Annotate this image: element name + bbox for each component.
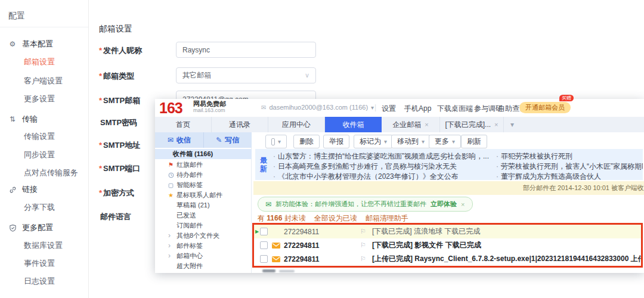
news-link[interactable]: ·罪犯劳荣枝被执行死刑 (496, 151, 572, 162)
move-to-button[interactable]: 移动到▾ (391, 135, 431, 148)
sidebar-group-basic[interactable]: ⚙ 基本配置 (8, 39, 53, 49)
more-button[interactable]: 更多▾ (429, 135, 461, 148)
news-link[interactable]: ·山东警方：博主摆拍“给住院婆婆吃泡面”视频造成恶劣社会影响，... (273, 151, 489, 162)
folder-drafts[interactable]: 草稿箱 (21) (155, 200, 252, 210)
sidebar-group-more-config[interactable]: 更多配置 (8, 223, 53, 232)
flag-icon[interactable]: ⚐ (360, 241, 372, 249)
account-menu[interactable]: ✉ dasemihuo2000@163.com (1166) ▾ (261, 104, 374, 111)
header-link-mobile-app[interactable]: 手机App (404, 104, 431, 114)
sidebar-item-transfer-settings[interactable]: 传输设置 (24, 132, 55, 141)
close-icon[interactable]: × (461, 201, 465, 208)
report-button[interactable]: 举报 (323, 135, 349, 148)
sender-nickname-input[interactable] (176, 42, 316, 58)
folder-mail-center[interactable]: › 邮箱中心 (155, 251, 252, 261)
sidebar-item-mailbox-settings[interactable]: 邮箱设置 (24, 57, 55, 67)
mailbox-cleaner-link[interactable]: 邮箱清理助手 (366, 213, 408, 224)
sidebar-group-transfer[interactable]: ⇅ 传输 (8, 114, 38, 124)
cut-off-row-fragment (279, 270, 295, 272)
unread-count-text: 有 1166 封未读 (258, 213, 306, 224)
expand-arrow-icon[interactable]: ▶ (254, 229, 260, 234)
mark-as-button[interactable]: 标记为▾ (354, 135, 393, 148)
tab-enterprise-mail[interactable]: 企业邮箱× (382, 117, 440, 132)
header-separator: | (374, 103, 376, 111)
tab-overflow-button[interactable]: ▾ (504, 117, 521, 132)
message-row[interactable]: 272294811 ⚐ [下载已完成] 影视文件 下载已完成 (254, 238, 641, 252)
caret-down-icon: ▾ (452, 138, 455, 145)
unread-summary-bar: 有 1166 封未读 全部设为已读 邮箱清理助手 (258, 213, 408, 224)
tab-home[interactable]: 首页 (155, 117, 212, 132)
mark-all-read-link[interactable]: 全部设为已读 (314, 213, 357, 224)
message-subject: [下载已完成] 流浪地球 下载已完成 (372, 226, 641, 237)
flag-icon[interactable]: ⚐ (360, 228, 372, 235)
folder-smart-tags[interactable]: 智能标签 (155, 180, 252, 190)
select-all-dropdown[interactable]: ▾ (265, 135, 287, 148)
link-icon (8, 186, 17, 194)
tab-inbox[interactable]: 收件箱 (325, 117, 382, 132)
tab-app-center[interactable]: 应用中心 (268, 117, 325, 132)
folder-other-folders[interactable]: › 其他8个文件夹 (155, 231, 252, 241)
header-link-settings[interactable]: 设置 (382, 104, 396, 114)
unread-envelope-icon (272, 243, 284, 249)
163-logo-text: 网易免费邮 mail.163.com (193, 101, 226, 114)
163-logo: 163 (159, 100, 182, 117)
caret-down-icon: ▾ (510, 120, 514, 129)
message-row[interactable]: 272294811 ⚐ [上传已完成] Raysync_Client_6.7.8… (254, 252, 641, 266)
message-checkbox[interactable] (260, 255, 268, 263)
folder-mail-tags[interactable]: › 邮件标签 (155, 241, 252, 251)
folder-large-attachments[interactable]: 超大附件 (155, 261, 252, 271)
refresh-button[interactable]: 刷新 (461, 135, 487, 148)
latest-news-badge: 最新 (259, 156, 268, 173)
sidebar-item-share-download[interactable]: 分享下载 (24, 203, 55, 212)
receive-mail-button[interactable]: ✉ 收信 (155, 132, 203, 148)
mail-folder-panel: ✉ 收信 ✎ 写信 收件箱 (1166) ⚑ 红旗邮件 待办邮件 智能标签 ★ … (155, 132, 252, 273)
config-sidebar: 配置 ⚙ 基本配置 邮箱设置 客户端设置 更多设置 ⇅ 传输 传输设置 同步设置… (0, 0, 89, 298)
close-icon[interactable]: × (425, 121, 428, 128)
field-label-mail-type: *邮箱类型 (99, 71, 171, 82)
folder-subscriptions[interactable]: 订阅邮件 (155, 221, 252, 231)
folder-inbox[interactable]: 收件箱 (1166) (155, 149, 252, 159)
account-email: dasemihuo2000@163.com (1166) (269, 104, 368, 111)
folder-starred-contacts[interactable]: ★ 星标联系人邮件 (155, 190, 252, 200)
header-link-desktop-download[interactable]: 下载桌面端 (437, 104, 473, 114)
client-receive-notice: 部分邮件在 2014-12-30 10:01 被客户端收 (253, 181, 644, 195)
message-sender: 272294811 (284, 241, 360, 250)
mail-type-select[interactable]: 其它邮箱 ∨ (176, 67, 316, 83)
field-label-sender-nickname: *发件人昵称 (99, 45, 171, 56)
tab-contacts[interactable]: 通讯录 (212, 117, 268, 132)
sidebar-item-log-settings[interactable]: 日志设置 (24, 277, 55, 286)
message-subject: [下载已完成] 影视文件 下载已完成 (372, 240, 641, 250)
message-checkbox[interactable] (260, 228, 268, 235)
compose-mail-button[interactable]: ✎ 写信 (203, 132, 252, 148)
news-link[interactable]: ·《北京市中小学教材管理办法（2023年修订）》全文公布 (273, 172, 459, 180)
chevron-right-icon: › (168, 241, 171, 250)
flag-icon[interactable]: ⚐ (360, 255, 372, 263)
message-checkbox[interactable] (260, 241, 268, 249)
news-link[interactable]: ·董宇辉成为东方甄选高级合伙人 (496, 172, 601, 180)
feature-banner-text: 新功能体验：邮件增强通知，让您不再错过重要邮件 (275, 200, 426, 209)
sidebar-item-more-settings[interactable]: 更多设置 (24, 94, 55, 104)
vip-upgrade-button[interactable]: 开通邮箱会员 (519, 102, 571, 113)
folder-todo[interactable]: 待办邮件 (155, 170, 252, 180)
sidebar-item-event-settings[interactable]: 事件设置 (24, 259, 55, 268)
close-icon[interactable]: × (494, 121, 498, 128)
star-icon: ★ (167, 190, 175, 200)
news-link[interactable]: ·日本高崎死鱼多到渔船寸步难行，官员称与核污染水无关 (273, 162, 457, 172)
sidebar-divider (0, 27, 88, 27)
mail-icon: ✉ (168, 136, 174, 144)
sidebar-group-links[interactable]: 链接 (8, 185, 38, 194)
sidebar-item-client-settings[interactable]: 客户端设置 (24, 76, 63, 86)
delete-button[interactable]: 删除 (293, 135, 320, 148)
message-row[interactable]: ▶ 272294811 ⚐ [下载已完成] 流浪地球 下载已完成 (254, 225, 641, 238)
tab-download-complete[interactable]: [下载已完成]...× (440, 117, 504, 132)
sidebar-item-database-settings[interactable]: 数据库设置 (24, 241, 63, 250)
folder-red-flag[interactable]: ⚑ 红旗邮件 (155, 160, 252, 170)
sidebar-item-p2p-service[interactable]: 点对点传输服务 (24, 168, 78, 178)
tag-icon (167, 180, 175, 190)
news-link[interactable]: ·劳荣枝被执行死刑，被害人“小木匠”家属称期盼已久，劳荣枝家... (496, 162, 643, 172)
try-now-link[interactable]: 立即体验 (431, 200, 457, 209)
folder-sent[interactable]: 已发送 (155, 210, 252, 221)
envelope-icon: ✉ (261, 104, 266, 111)
checkbox-icon (271, 138, 275, 145)
chevron-right-icon: › (168, 231, 171, 240)
sidebar-item-sync-settings[interactable]: 同步设置 (24, 150, 55, 160)
